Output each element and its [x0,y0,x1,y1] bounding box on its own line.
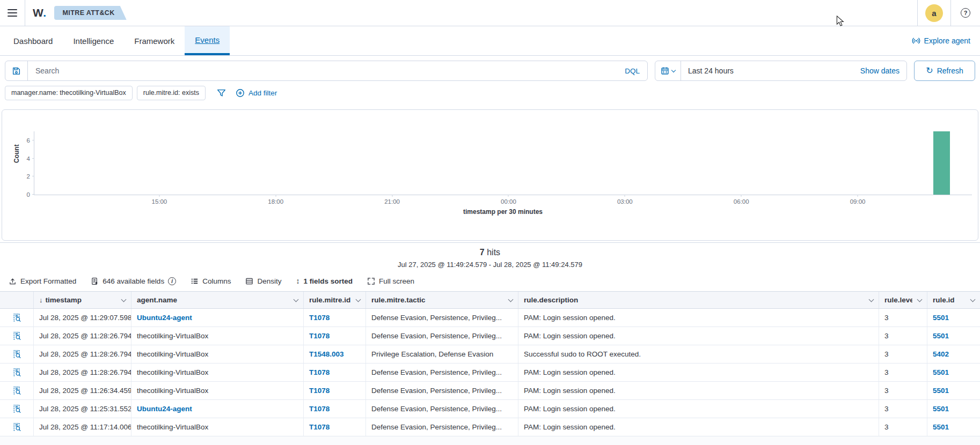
export-formatted-button[interactable]: Export Formatted [9,277,76,285]
header-rule-level[interactable]: rule.level [879,292,927,308]
cell-rule-description: Successful sudo to ROOT executed. [518,345,879,363]
cell-rule-mitre-id[interactable]: T1078 [304,382,366,399]
cell-agent-name[interactable]: thecotilking-VirtualBox [131,418,304,436]
y-tick-mark [32,158,34,159]
fields-icon [91,277,99,285]
header-rule-mitre-tactic[interactable]: rule.mitre.tactic [366,292,518,308]
cell-rule-mitre-id[interactable]: T1078 [304,418,366,436]
refresh-icon: ↻ [926,66,933,75]
cell-rule-description: PAM: Login session opened. [518,364,879,381]
cell-rule-mitre-id[interactable]: T1548.003 [304,345,366,363]
table-row: Jul 28, 2025 @ 11:26:34.459 thecotilking… [0,382,980,400]
header-agent-name[interactable]: agent.name [131,292,304,308]
hits-count: 7 hits [0,248,980,257]
fields-sorted-button[interactable]: ↕ 1 fields sorted [296,277,353,285]
show-dates-button[interactable]: Show dates [860,66,899,75]
table-row: Jul 28, 2025 @ 11:28:26.794 thecotilking… [0,345,980,364]
cell-rule-id[interactable]: 5501 [927,327,980,345]
available-fields-button[interactable]: 646 available fields i [91,277,176,285]
calendar-icon [661,66,669,75]
header-rule-description[interactable]: rule.description [518,292,879,308]
tab-intelligence[interactable]: Intelligence [63,26,124,55]
inspect-document-icon [12,404,21,413]
cell-rule-id[interactable]: 5402 [927,345,980,363]
wazuh-logo[interactable]: W. [33,6,47,19]
inspect-document-button[interactable] [0,327,34,345]
cell-rule-description: PAM: Login session opened. [518,418,879,436]
tab-events[interactable]: Events [185,26,230,55]
cell-rule-id[interactable]: 5501 [927,309,980,327]
filter-pill-manager-name[interactable]: manager.name: thecotilking-VirtualBox [5,86,133,100]
column-menu-icon[interactable] [294,296,299,302]
header-rule-mitre-id[interactable]: rule.mitre.id [304,292,366,308]
cell-agent-name[interactable]: Ubuntu24-agent [131,309,304,327]
inspect-document-button[interactable] [0,309,34,327]
cell-agent-name[interactable]: Ubuntu24-agent [131,400,304,418]
cell-rule-id[interactable]: 5501 [927,364,980,381]
y-tick-label: 0 [16,191,30,198]
table-toolbar: Export Formatted 646 available fields i … [0,274,980,288]
cell-timestamp: Jul 28, 2025 @ 11:28:26.794 [34,364,131,381]
inspect-document-button[interactable] [0,418,34,436]
table-body: Jul 28, 2025 @ 11:29:07.598 Ubuntu24-age… [0,309,980,436]
filter-options-button[interactable] [217,88,226,98]
cell-rule-mitre-id[interactable]: T1078 [304,364,366,381]
columns-button[interactable]: Columns [191,277,231,285]
inspect-document-icon [12,313,21,322]
explore-agent-button[interactable]: Explore agent [912,26,980,55]
density-button[interactable]: Density [245,277,281,285]
tab-framework[interactable]: Framework [124,26,185,55]
cell-agent-name[interactable]: thecotilking-VirtualBox [131,382,304,399]
menu-icon[interactable] [0,0,25,26]
histogram-plot: 15:0018:0021:0000:0003:0006:0009:000246 [34,131,972,195]
inspect-document-icon [12,350,21,359]
results-date-range: Jul 27, 2025 @ 11:49:24.579 - Jul 28, 20… [0,261,980,269]
column-menu-icon[interactable] [508,296,514,302]
cell-agent-name[interactable]: thecotilking-VirtualBox [131,345,304,363]
cell-timestamp: Jul 28, 2025 @ 11:28:26.794 [34,327,131,345]
x-tick-label: 09:00 [850,198,866,205]
column-menu-icon[interactable] [356,296,361,302]
info-icon[interactable]: i [168,277,176,285]
quick-select-button[interactable] [655,61,681,80]
histogram-bar[interactable] [933,131,950,195]
inspect-document-button[interactable] [0,382,34,399]
cell-agent-name[interactable]: thecotilking-VirtualBox [131,327,304,345]
cell-rule-id[interactable]: 5501 [927,382,980,399]
time-range-button[interactable]: Last 24 hours Show dates [681,61,906,80]
column-menu-icon[interactable] [970,296,976,302]
filter-pill-mitre-id-exists[interactable]: rule.mitre.id: exists [137,86,206,100]
tab-dashboard[interactable]: Dashboard [3,26,63,55]
cell-rule-id[interactable]: 5501 [927,418,980,436]
cell-rule-mitre-id[interactable]: T1078 [304,309,366,327]
add-filter-button[interactable]: Add filter [236,88,277,98]
cell-timestamp: Jul 28, 2025 @ 11:28:26.794 [34,345,131,363]
events-table: ↓ timestamp agent.name rule.mitre.id rul… [0,291,980,436]
funnel-icon [217,88,226,98]
refresh-button[interactable]: ↻ Refresh [914,61,975,81]
cell-rule-mitre-id[interactable]: T1078 [304,400,366,418]
column-menu-icon[interactable] [869,296,874,302]
inspect-document-button[interactable] [0,400,34,418]
events-histogram-panel: Count 15:0018:0021:0000:0003:0006:0009:0… [2,109,978,241]
cell-rule-id[interactable]: 5501 [927,400,980,418]
save-query-button[interactable] [5,61,28,80]
header-timestamp[interactable]: ↓ timestamp [34,292,131,308]
help-icon[interactable]: ? [961,8,970,18]
table-row: Jul 28, 2025 @ 11:29:07.598 Ubuntu24-age… [0,309,980,327]
y-tick-mark [32,140,34,140]
full-screen-button[interactable]: Full screen [367,277,414,285]
search-input[interactable] [28,61,617,80]
cell-agent-name[interactable]: thecotilking-VirtualBox [131,364,304,381]
column-menu-icon[interactable] [917,296,923,302]
column-menu-icon[interactable] [121,296,127,302]
cell-rule-mitre-id[interactable]: T1078 [304,327,366,345]
inspect-document-button[interactable] [0,345,34,363]
cell-timestamp: Jul 28, 2025 @ 11:17:14.006 [34,418,131,436]
avatar[interactable]: a [925,4,943,22]
header-rule-id[interactable]: rule.id [927,292,980,308]
cell-rule-level: 3 [879,364,927,381]
table-row: Jul 28, 2025 @ 11:28:26.794 thecotilking… [0,327,980,345]
inspect-document-button[interactable] [0,364,34,381]
query-language-button[interactable]: DQL [617,61,647,80]
